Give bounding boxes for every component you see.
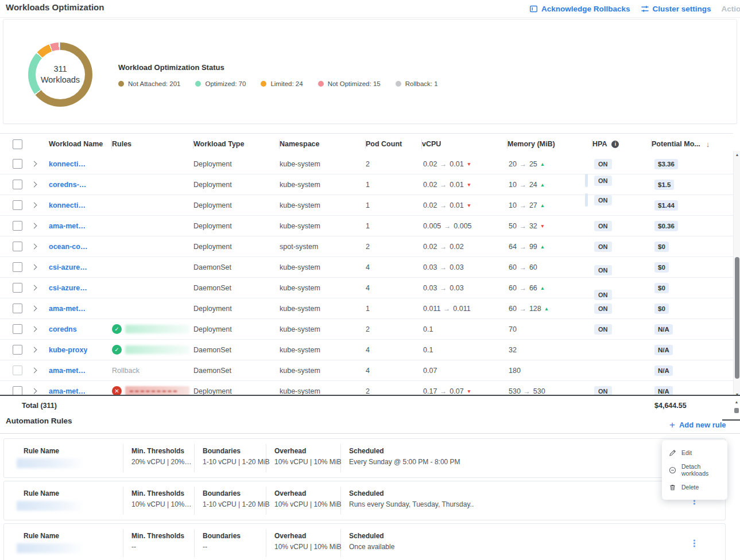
expand-chevron-icon[interactable]	[31, 388, 37, 394]
workload-name-link[interactable]: coredns-…	[45, 181, 86, 189]
workload-name-link[interactable]: ama-met…	[45, 222, 86, 230]
divider	[194, 444, 195, 472]
workload-type: Deployment	[193, 154, 280, 174]
col-hpa[interactable]: HPA	[592, 140, 607, 148]
col-potential-savings[interactable]: Potential Mo...	[652, 140, 700, 148]
trend-up-icon: ▲	[544, 306, 549, 312]
workload-name-link[interactable]: coredns	[45, 325, 77, 333]
rule-field-label: Scheduled	[349, 489, 474, 497]
pod-count: 1	[366, 195, 422, 215]
workload-name-link[interactable]: konnecti…	[45, 201, 86, 209]
menu-item-label: Edit	[681, 449, 692, 456]
arrow-right-icon: →	[440, 263, 447, 271]
workload-name-link[interactable]: konnecti…	[45, 160, 86, 168]
col-vcpu[interactable]: vCPU	[422, 140, 441, 148]
expand-chevron-icon[interactable]	[31, 326, 37, 332]
workload-name-link[interactable]: csi-azure…	[45, 284, 87, 292]
expand-chevron-icon[interactable]	[31, 285, 37, 291]
select-all-checkbox[interactable]	[13, 139, 22, 149]
legend-label: Rollback: 1	[405, 80, 438, 87]
hpa-info-icon[interactable]: i	[611, 141, 619, 148]
rule-cell	[112, 278, 193, 298]
workload-name-link[interactable]: csi-azure…	[45, 263, 87, 271]
row-checkbox[interactable]	[13, 324, 22, 334]
workload-name-link[interactable]: ama-met…	[45, 367, 86, 375]
rule-name-label: Rule Name	[24, 532, 59, 540]
secondary-scrollbar-thumb[interactable]	[734, 408, 739, 413]
col-memory[interactable]: Memory (MiB)	[507, 140, 555, 148]
workload-name-link[interactable]: ama-met…	[45, 387, 86, 395]
row-checkbox[interactable]	[13, 242, 22, 251]
workload-type: DaemonSet	[193, 278, 280, 298]
workload-name-link[interactable]: ama-met…	[45, 305, 86, 313]
col-workload-type[interactable]: Workload Type	[193, 140, 244, 148]
add-new-rule-button[interactable]: + Add new rule	[669, 420, 726, 430]
legend-item: Rollback: 1	[396, 80, 438, 87]
scroll-up-icon[interactable]: ▲	[734, 153, 740, 157]
table-scrollbar[interactable]: ▲ ▼	[733, 151, 740, 398]
rule-field-label: Min. Thresholds	[131, 532, 184, 540]
expand-chevron-icon[interactable]	[31, 182, 37, 188]
workload-name-link[interactable]: kube-proxy	[45, 346, 87, 354]
col-rules[interactable]: Rules	[112, 140, 131, 148]
pod-count: 4	[366, 340, 422, 360]
legend-dot-icon	[396, 81, 401, 87]
rule-attached-ok-icon: ✓	[112, 345, 122, 355]
expand-chevron-icon[interactable]	[31, 161, 37, 167]
menu-item-detach-workloads[interactable]: Detach workloads	[662, 461, 727, 479]
potential-savings-badge: N/A	[654, 324, 673, 335]
memory-value: 60→60	[507, 257, 592, 277]
rule-field: Overhead10% vCPU | 10% MiB	[274, 532, 342, 551]
table-row: csi-azure…DaemonSetkube-system40.03→0.03…	[0, 278, 733, 298]
secondary-scroll-up-icon[interactable]: ▲	[733, 400, 740, 407]
rule-menu-kebab-icon[interactable]	[691, 537, 698, 549]
workload-name-link[interactable]: ocean-co…	[45, 243, 87, 251]
col-namespace[interactable]: Namespace	[280, 140, 320, 148]
potential-savings-badge: N/A	[654, 345, 673, 355]
row-checkbox[interactable]	[13, 159, 22, 169]
expand-chevron-icon[interactable]	[31, 265, 37, 270]
rule-field-label: Scheduled	[349, 532, 394, 540]
acknowledge-rollbacks-button[interactable]: Acknowledge Rollbacks	[529, 5, 630, 13]
expand-chevron-icon[interactable]	[31, 347, 37, 353]
sort-desc-icon[interactable]: ↓	[706, 140, 710, 149]
row-checkbox[interactable]	[13, 180, 22, 189]
trend-down-icon: ▼	[467, 388, 471, 394]
legend-dot-icon	[118, 81, 124, 87]
namespace: kube-system	[280, 174, 366, 195]
legend-items: Not Attached: 201Optimized: 70Limited: 2…	[118, 80, 438, 87]
row-checkbox[interactable]	[13, 262, 22, 272]
expand-chevron-icon[interactable]	[31, 203, 37, 208]
col-pod-count[interactable]: Pod Count	[366, 140, 402, 148]
expand-chevron-icon[interactable]	[31, 306, 37, 312]
scrollbar-thumb[interactable]	[735, 257, 739, 379]
row-checkbox[interactable]	[13, 283, 22, 293]
menu-item-delete[interactable]: Delete	[662, 479, 727, 496]
trend-down-icon: ▼	[467, 203, 471, 208]
row-checkbox[interactable]	[13, 200, 22, 210]
legend-item: Limited: 24	[261, 80, 303, 87]
optimization-summary-card: 311 Workloads Workload Optimization Stat…	[3, 19, 737, 124]
row-checkbox[interactable]	[13, 345, 22, 355]
table-row: konnecti…Deploymentkube-system10.02→0.01…	[0, 195, 733, 216]
actions-button[interactable]: Action	[722, 5, 740, 13]
menu-item-edit[interactable]: Edit	[662, 444, 727, 461]
expand-chevron-icon[interactable]	[31, 223, 37, 229]
expand-chevron-icon[interactable]	[31, 244, 37, 250]
vcpu-value: 0.1	[422, 319, 507, 339]
col-workload-name[interactable]: Workload Name	[49, 140, 103, 148]
namespace: kube-system	[280, 195, 366, 215]
detach-workloads-icon	[669, 466, 676, 474]
row-checkbox[interactable]	[13, 365, 22, 375]
vcpu-value: 0.02→0.01▼	[422, 195, 507, 215]
expand-chevron-icon[interactable]	[31, 368, 37, 374]
rule-field: ScheduledRuns every Sunday, Tuesday, Thu…	[349, 489, 474, 508]
row-checkbox[interactable]	[13, 221, 22, 231]
rule-cell: Rollback	[112, 360, 193, 380]
rule-field: Min. Thresholds10% vCPU | 10%…	[131, 489, 192, 508]
rule-field: ScheduledOnce available	[349, 532, 394, 551]
pod-count: 4	[366, 257, 422, 277]
arrow-right-icon: →	[440, 243, 447, 251]
cluster-settings-button[interactable]: Cluster settings	[641, 5, 711, 13]
row-checkbox[interactable]	[13, 304, 22, 313]
